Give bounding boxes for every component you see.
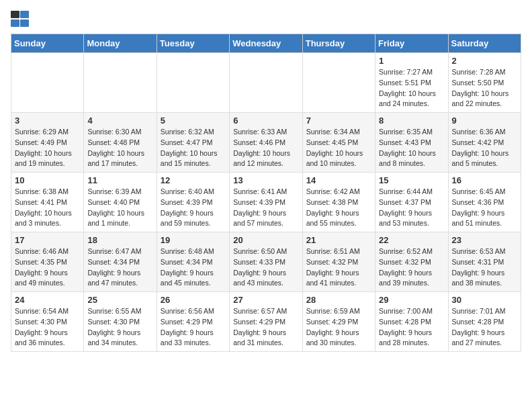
day-info: Sunrise: 6:40 AM Sunset: 4:39 PM Dayligh… — [161, 187, 226, 229]
day-info: Sunrise: 6:51 AM Sunset: 4:32 PM Dayligh… — [306, 246, 371, 289]
day-info: Sunrise: 6:56 AM Sunset: 4:29 PM Dayligh… — [161, 306, 226, 349]
calendar-cell: 1Sunrise: 7:27 AM Sunset: 5:51 PM Daylig… — [375, 53, 448, 113]
day-number: 10 — [15, 175, 80, 185]
day-info: Sunrise: 6:36 AM Sunset: 4:42 PM Dayligh… — [452, 127, 517, 169]
day-info: Sunrise: 7:00 AM Sunset: 4:28 PM Dayligh… — [379, 306, 444, 349]
day-number: 19 — [161, 235, 226, 245]
week-row-3: 10Sunrise: 6:38 AM Sunset: 4:41 PM Dayli… — [11, 173, 521, 232]
day-info: Sunrise: 6:45 AM Sunset: 4:36 PM Dayligh… — [452, 187, 517, 229]
calendar-cell: 20Sunrise: 6:50 AM Sunset: 4:33 PM Dayli… — [230, 232, 302, 292]
day-header-saturday: Saturday — [448, 34, 521, 53]
day-number: 27 — [233, 295, 298, 305]
day-number: 12 — [161, 175, 226, 185]
day-number: 21 — [306, 235, 371, 245]
calendar-cell: 21Sunrise: 6:51 AM Sunset: 4:32 PM Dayli… — [302, 232, 375, 292]
page-header — [11, 11, 521, 27]
day-info: Sunrise: 6:32 AM Sunset: 4:47 PM Dayligh… — [161, 127, 226, 169]
day-info: Sunrise: 6:29 AM Sunset: 4:49 PM Dayligh… — [15, 127, 80, 169]
calendar-cell: 7Sunrise: 6:34 AM Sunset: 4:45 PM Daylig… — [302, 113, 375, 173]
day-number: 8 — [379, 116, 444, 126]
calendar-cell: 30Sunrise: 7:01 AM Sunset: 4:28 PM Dayli… — [448, 292, 521, 352]
calendar-cell: 6Sunrise: 6:33 AM Sunset: 4:46 PM Daylig… — [230, 113, 302, 173]
calendar-cell — [11, 53, 84, 113]
day-number: 11 — [87, 175, 152, 185]
day-info: Sunrise: 6:41 AM Sunset: 4:39 PM Dayligh… — [233, 187, 298, 229]
day-info: Sunrise: 7:28 AM Sunset: 5:50 PM Dayligh… — [452, 67, 517, 109]
day-info: Sunrise: 6:30 AM Sunset: 4:48 PM Dayligh… — [87, 127, 152, 169]
day-info: Sunrise: 6:44 AM Sunset: 4:37 PM Dayligh… — [379, 187, 444, 229]
day-number: 15 — [379, 175, 444, 185]
day-number: 6 — [233, 116, 298, 126]
calendar-cell: 4Sunrise: 6:30 AM Sunset: 4:48 PM Daylig… — [84, 113, 157, 173]
calendar-cell: 16Sunrise: 6:45 AM Sunset: 4:36 PM Dayli… — [448, 173, 521, 232]
day-number: 13 — [233, 175, 298, 185]
calendar-cell — [84, 53, 157, 113]
logo-icon — [11, 11, 31, 27]
day-number: 24 — [15, 295, 80, 305]
calendar-cell: 8Sunrise: 6:35 AM Sunset: 4:43 PM Daylig… — [375, 113, 448, 173]
day-info: Sunrise: 6:52 AM Sunset: 4:32 PM Dayligh… — [379, 246, 444, 289]
day-number: 28 — [306, 295, 371, 305]
calendar-cell: 18Sunrise: 6:47 AM Sunset: 4:34 PM Dayli… — [84, 232, 157, 292]
day-header-sunday: Sunday — [11, 34, 84, 53]
day-number: 1 — [379, 56, 444, 66]
day-info: Sunrise: 6:54 AM Sunset: 4:30 PM Dayligh… — [15, 306, 80, 349]
calendar-cell: 17Sunrise: 6:46 AM Sunset: 4:35 PM Dayli… — [11, 232, 84, 292]
logo — [11, 11, 34, 27]
week-row-5: 24Sunrise: 6:54 AM Sunset: 4:30 PM Dayli… — [11, 292, 521, 352]
calendar-cell: 27Sunrise: 6:57 AM Sunset: 4:29 PM Dayli… — [230, 292, 302, 352]
svg-rect-2 — [11, 19, 19, 27]
day-header-wednesday: Wednesday — [230, 34, 302, 53]
calendar-cell: 5Sunrise: 6:32 AM Sunset: 4:47 PM Daylig… — [157, 113, 229, 173]
day-number: 30 — [452, 295, 517, 305]
day-number: 16 — [452, 175, 517, 185]
day-info: Sunrise: 6:39 AM Sunset: 4:40 PM Dayligh… — [87, 187, 152, 229]
svg-rect-1 — [20, 11, 29, 18]
calendar-cell: 10Sunrise: 6:38 AM Sunset: 4:41 PM Dayli… — [11, 173, 84, 232]
day-header-thursday: Thursday — [302, 34, 375, 53]
day-number: 5 — [161, 116, 226, 126]
day-info: Sunrise: 6:59 AM Sunset: 4:29 PM Dayligh… — [306, 306, 371, 349]
day-info: Sunrise: 6:42 AM Sunset: 4:38 PM Dayligh… — [306, 187, 371, 229]
day-info: Sunrise: 7:01 AM Sunset: 4:28 PM Dayligh… — [452, 306, 517, 349]
day-number: 17 — [15, 235, 80, 245]
week-row-1: 1Sunrise: 7:27 AM Sunset: 5:51 PM Daylig… — [11, 53, 521, 113]
calendar-table: SundayMondayTuesdayWednesdayThursdayFrid… — [11, 34, 521, 352]
svg-rect-0 — [11, 11, 19, 18]
day-number: 2 — [452, 56, 517, 66]
day-info: Sunrise: 6:53 AM Sunset: 4:31 PM Dayligh… — [452, 246, 517, 289]
day-header-friday: Friday — [375, 34, 448, 53]
calendar-cell: 15Sunrise: 6:44 AM Sunset: 4:37 PM Dayli… — [375, 173, 448, 232]
calendar-cell: 26Sunrise: 6:56 AM Sunset: 4:29 PM Dayli… — [157, 292, 229, 352]
calendar-body: 1Sunrise: 7:27 AM Sunset: 5:51 PM Daylig… — [11, 53, 521, 352]
day-number: 20 — [233, 235, 298, 245]
calendar-header: SundayMondayTuesdayWednesdayThursdayFrid… — [11, 34, 521, 53]
day-number: 25 — [87, 295, 152, 305]
day-header-tuesday: Tuesday — [157, 34, 229, 53]
day-info: Sunrise: 7:27 AM Sunset: 5:51 PM Dayligh… — [379, 67, 444, 109]
day-info: Sunrise: 6:47 AM Sunset: 4:34 PM Dayligh… — [87, 246, 152, 289]
calendar-cell: 28Sunrise: 6:59 AM Sunset: 4:29 PM Dayli… — [302, 292, 375, 352]
day-info: Sunrise: 6:57 AM Sunset: 4:29 PM Dayligh… — [233, 306, 298, 349]
day-number: 29 — [379, 295, 444, 305]
day-number: 4 — [87, 116, 152, 126]
day-info: Sunrise: 6:48 AM Sunset: 4:34 PM Dayligh… — [161, 246, 226, 289]
calendar-cell: 13Sunrise: 6:41 AM Sunset: 4:39 PM Dayli… — [230, 173, 302, 232]
calendar-cell — [302, 53, 375, 113]
calendar-cell — [230, 53, 302, 113]
day-number: 22 — [379, 235, 444, 245]
day-info: Sunrise: 6:50 AM Sunset: 4:33 PM Dayligh… — [233, 246, 298, 289]
week-row-2: 3Sunrise: 6:29 AM Sunset: 4:49 PM Daylig… — [11, 113, 521, 173]
day-number: 18 — [87, 235, 152, 245]
day-header-monday: Monday — [84, 34, 157, 53]
day-number: 3 — [15, 116, 80, 126]
day-info: Sunrise: 6:34 AM Sunset: 4:45 PM Dayligh… — [306, 127, 371, 169]
calendar-cell: 14Sunrise: 6:42 AM Sunset: 4:38 PM Dayli… — [302, 173, 375, 232]
calendar-cell: 25Sunrise: 6:55 AM Sunset: 4:30 PM Dayli… — [84, 292, 157, 352]
day-header-row: SundayMondayTuesdayWednesdayThursdayFrid… — [11, 34, 521, 53]
week-row-4: 17Sunrise: 6:46 AM Sunset: 4:35 PM Dayli… — [11, 232, 521, 292]
day-info: Sunrise: 6:33 AM Sunset: 4:46 PM Dayligh… — [233, 127, 298, 169]
svg-rect-3 — [20, 19, 29, 27]
day-number: 26 — [161, 295, 226, 305]
calendar-cell: 19Sunrise: 6:48 AM Sunset: 4:34 PM Dayli… — [157, 232, 229, 292]
